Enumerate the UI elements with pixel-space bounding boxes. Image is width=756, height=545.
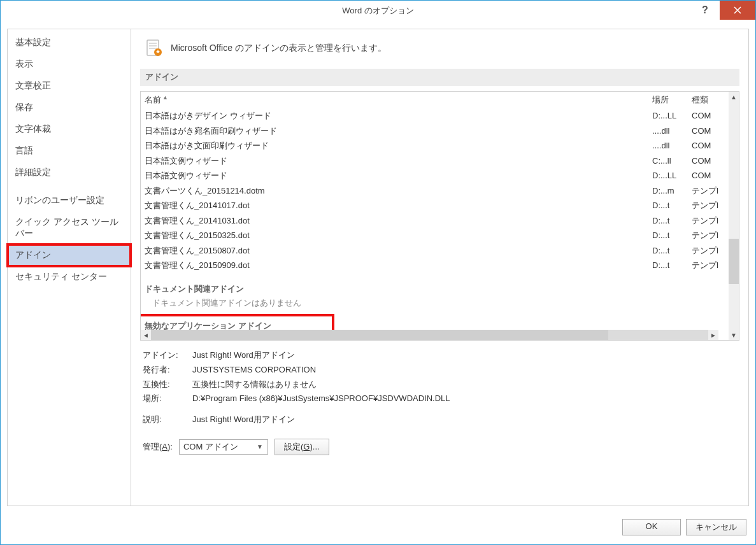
sidebar-separator (8, 183, 131, 190)
cell-location: D:...t (652, 244, 692, 257)
manage-row: 管理(A): COM アドイン ▼ 設定(G)... (140, 427, 739, 458)
cell-type: テンプl (692, 199, 725, 212)
go-button[interactable]: 設定(G)... (275, 439, 329, 455)
addin-rows: 日本語はがきデザイン ウィザードD:...LLCOM日本語はがき宛名面印刷ウィザ… (141, 108, 729, 273)
cell-type: テンプl (692, 244, 725, 257)
sidebar-item-ribbon[interactable]: リボンのユーザー設定 (8, 190, 131, 211)
sidebar-item-proofing[interactable]: 文章校正 (8, 75, 131, 97)
addin-details: アドイン:Just Right! Word用アドイン 発行者:JUSTSYSTE… (140, 341, 739, 427)
dialog-footer: OK キャンセル (1, 513, 755, 544)
cell-location: ....dll (652, 139, 692, 152)
close-icon (734, 6, 741, 14)
cell-location: D:...t (652, 215, 692, 227)
sidebar-item-trust-center[interactable]: セキュリティ センター (8, 266, 131, 288)
cell-name: 日本語はがき宛名面印刷ウィザード (145, 125, 652, 138)
horizontal-scrollbar[interactable]: ◄ ► (141, 330, 718, 340)
sidebar-item-addins[interactable]: アドイン (8, 244, 131, 266)
cell-location: ....dll (652, 125, 692, 138)
addins-list-inner[interactable]: 名前▲ 場所 種類 日本語はがきデザイン ウィザードD:...LLCOM日本語は… (141, 92, 729, 340)
page-header-text: Microsoft Office のアドインの表示と管理を行います。 (171, 43, 387, 54)
cell-type: COM (692, 139, 725, 152)
det-val-addin: Just Right! Word用アドイン (192, 348, 737, 363)
sidebar-item-save[interactable]: 保存 (8, 97, 131, 118)
vscroll-thumb[interactable] (729, 239, 739, 285)
category-sidebar: 基本設定 表示 文章校正 保存 文字体裁 言語 詳細設定 リボンのユーザー設定 … (7, 29, 131, 506)
list-item[interactable]: 日本語はがき文面印刷ウィザード....dllCOM (145, 138, 725, 153)
main-panel: Microsoft Office のアドインの表示と管理を行います。 アドイン … (131, 29, 749, 506)
cell-name: 文書パーツくん_20151214.dotm (145, 185, 652, 197)
dialog-title: Word のオプション (342, 5, 413, 17)
cell-location: D:...LL (652, 110, 692, 122)
det-val-compat: 互換性に関する情報はありません (192, 378, 737, 392)
det-label-addin: アドイン: (143, 348, 192, 363)
det-label-publisher: 発行者: (143, 363, 192, 378)
vertical-scrollbar[interactable]: ▲ ▼ (729, 92, 739, 340)
group-doc-related-title: ドキュメント関連アドイン (141, 273, 729, 296)
col-type[interactable]: 種類 (692, 94, 725, 106)
cancel-button[interactable]: キャンセル (686, 519, 746, 535)
sidebar-item-qat[interactable]: クイック アクセス ツール バー (8, 211, 131, 244)
manage-combobox[interactable]: COM アドイン ▼ (179, 439, 268, 455)
titlebar-controls: ? (690, 1, 755, 21)
help-button[interactable]: ? (690, 1, 720, 20)
options-dialog: Word のオプション ? 基本設定 表示 文章校正 保存 文字体裁 言語 詳細… (0, 0, 756, 545)
list-item[interactable]: 文書管理くん_20150807.dotD:...tテンプl (145, 243, 725, 258)
hscroll-thumb[interactable] (151, 330, 608, 340)
cell-location: D:...t (652, 199, 692, 212)
titlebar: Word のオプション ? (1, 1, 755, 21)
cell-location: D:...t (652, 229, 692, 242)
scroll-right-icon[interactable]: ► (708, 330, 718, 340)
ok-button[interactable]: OK (622, 519, 681, 535)
list-item[interactable]: 日本語はがきデザイン ウィザードD:...LLCOM (145, 108, 725, 124)
vscroll-track[interactable] (729, 102, 739, 330)
sidebar-item-general[interactable]: 基本設定 (8, 32, 131, 53)
list-item[interactable]: 文書管理くん_20141031.dotD:...tテンプl (145, 213, 725, 229)
cell-type: COM (692, 125, 725, 138)
cell-type: COM (692, 169, 725, 182)
list-item[interactable]: 文書管理くん_20141017.dotD:...tテンプl (145, 198, 725, 213)
det-label-compat: 互換性: (143, 378, 192, 392)
cell-type: COM (692, 110, 725, 122)
sidebar-item-language[interactable]: 言語 (8, 140, 131, 162)
list-item[interactable]: 文書パーツくん_20151214.dotmD:...mテンプl (145, 183, 725, 199)
addins-list: 名前▲ 場所 種類 日本語はがきデザイン ウィザードD:...LLCOM日本語は… (140, 91, 739, 341)
hscroll-track[interactable] (151, 330, 708, 340)
cell-type: COM (692, 155, 725, 167)
list-item[interactable]: 文書管理くん_20150909.dotD:...tテンプl (145, 258, 725, 273)
sidebar-item-typography[interactable]: 文字体裁 (8, 118, 131, 140)
det-label-desc: 説明: (143, 413, 192, 427)
cell-name: 文書管理くん_20150909.dot (145, 259, 652, 272)
det-label-location: 場所: (143, 392, 192, 406)
manage-label: 管理(A): (143, 441, 173, 453)
manage-selected: COM アドイン (183, 441, 238, 453)
cell-name: 日本語文例ウィザード (145, 155, 652, 167)
chevron-down-icon: ▼ (255, 443, 265, 450)
col-name[interactable]: 名前▲ (145, 94, 652, 106)
scroll-left-icon[interactable]: ◄ (141, 330, 151, 340)
cell-type: テンプl (692, 229, 725, 242)
list-item[interactable]: 文書管理くん_20150325.dotD:...tテンプl (145, 228, 725, 243)
col-location[interactable]: 場所 (652, 94, 692, 106)
det-val-location: D:¥Program Files (x86)¥JustSystems¥JSPRO… (192, 392, 737, 406)
close-button[interactable] (720, 1, 755, 20)
cell-name: 文書管理くん_20141031.dot (145, 215, 652, 227)
page-header: Microsoft Office のアドインの表示と管理を行います。 (140, 38, 739, 59)
cell-name: 文書管理くん_20141017.dot (145, 199, 652, 212)
sidebar-item-display[interactable]: 表示 (8, 53, 131, 75)
cell-name: 日本語はがき文面印刷ウィザード (145, 139, 652, 152)
list-item[interactable]: 日本語文例ウィザードD:...LLCOM (145, 168, 725, 183)
scroll-up-icon[interactable]: ▲ (729, 92, 739, 102)
group-doc-related-msg: ドキュメント関連アドインはありません (141, 296, 729, 310)
section-addins-label: アドイン (140, 69, 739, 86)
cell-location: D:...m (652, 185, 692, 197)
list-item[interactable]: 日本語文例ウィザードC:...llCOM (145, 153, 725, 169)
cell-name: 日本語はがきデザイン ウィザード (145, 110, 652, 122)
cell-type: テンプl (692, 215, 725, 227)
dialog-body: 基本設定 表示 文章校正 保存 文字体裁 言語 詳細設定 リボンのユーザー設定 … (1, 21, 755, 513)
sidebar-item-advanced[interactable]: 詳細設定 (8, 162, 131, 183)
list-item[interactable]: 日本語はがき宛名面印刷ウィザード....dllCOM (145, 124, 725, 139)
cell-type: テンプl (692, 185, 725, 197)
cell-name: 日本語文例ウィザード (145, 169, 652, 182)
cell-location: D:...LL (652, 169, 692, 182)
scroll-down-icon[interactable]: ▼ (729, 330, 739, 340)
